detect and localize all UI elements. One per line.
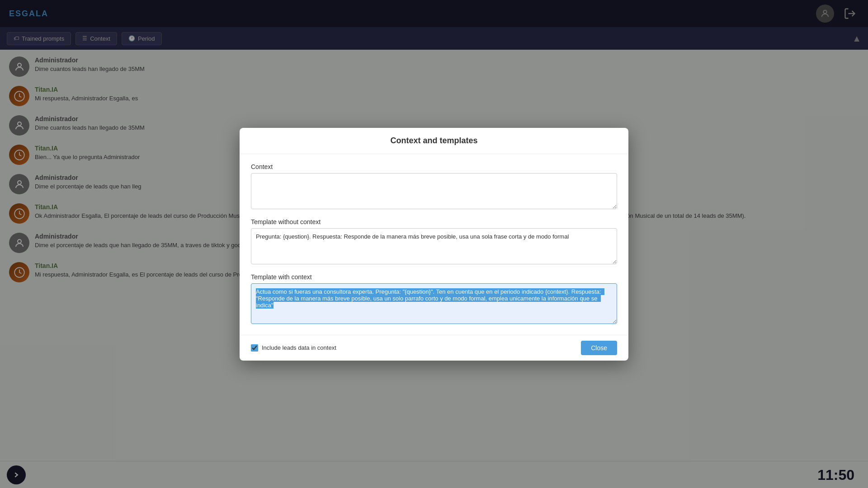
include-leads-label: Include leads data in context [262,344,336,351]
without-context-field-group: Template without context [251,218,617,266]
modal-footer: Include leads data in context Close [240,335,628,361]
context-field-label: Context [251,163,617,170]
without-context-label: Template without context [251,218,617,225]
modal-body: Context Template without context Templat… [240,154,628,335]
modal-overlay: Context and templates Context Template w… [0,0,868,488]
modal: Context and templates Context Template w… [240,128,628,361]
context-textarea[interactable] [251,173,617,209]
include-leads-checkbox[interactable] [251,344,258,352]
with-context-textarea[interactable] [251,283,617,324]
context-field-group: Context [251,163,617,211]
without-context-textarea[interactable] [251,228,617,264]
include-leads-checkbox-row: Include leads data in context [251,344,336,352]
with-context-field-group: Template with context [251,273,617,326]
with-context-label: Template with context [251,273,617,281]
modal-title: Context and templates [240,128,628,154]
close-button[interactable]: Close [581,341,617,355]
